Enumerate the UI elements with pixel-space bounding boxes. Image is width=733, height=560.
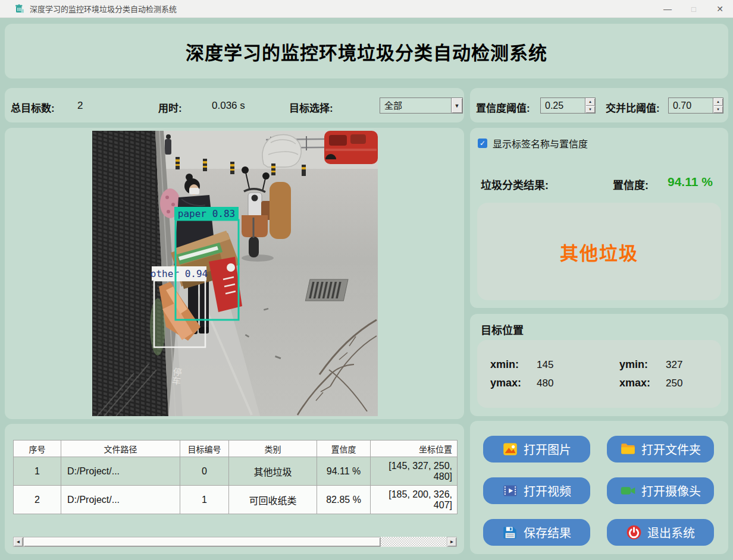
ymin-value: 327: [666, 359, 682, 371]
open-camera-label: 打开摄像头: [641, 482, 701, 499]
window-titlebar: 深度学习的监控环境垃圾分类自动检测系统 — □ ✕: [0, 0, 733, 18]
actions-panel: 打开图片 打开文件夹 打开视频 打开摄像头: [470, 421, 728, 554]
open-folder-label: 打开文件夹: [641, 441, 701, 458]
classification-result-box: 其他垃圾: [477, 203, 721, 300]
window-title: 深度学习的监控环境垃圾分类自动检测系统: [30, 3, 177, 14]
detection-image-panel: 停车: [5, 128, 464, 419]
params-bar: 置信度阈值: 0.25 ▲ ▼ 交并比阈值: 0.70 ▲ ▼: [470, 88, 728, 122]
cell-filepath[interactable]: D:/Project/...: [61, 457, 180, 486]
scroll-left-icon[interactable]: ◄: [13, 537, 23, 547]
cell-target-id[interactable]: 0: [180, 457, 229, 486]
confidence-label: 置信度:: [613, 177, 649, 192]
col-coordinates: 坐标位置: [371, 441, 458, 457]
xmax-value: 250: [666, 377, 682, 389]
cell-index[interactable]: 1: [14, 457, 61, 486]
save-results-label: 保存结果: [524, 524, 571, 541]
confidence-threshold-spinbox[interactable]: 0.25 ▲ ▼: [540, 97, 596, 114]
confidence-value: 94.11 %: [668, 175, 713, 189]
cell-confidence[interactable]: 94.11 %: [317, 457, 371, 486]
ymin-label: ymin:: [619, 358, 666, 371]
maximize-button[interactable]: □: [681, 0, 707, 18]
show-labels-checkbox-row[interactable]: ✓ 显示标签名称与置信度: [478, 136, 588, 150]
image-icon: [502, 441, 518, 457]
minimize-button[interactable]: —: [654, 0, 681, 18]
classification-result-label: 垃圾分类结果:: [481, 177, 549, 192]
spin-down-icon[interactable]: ▼: [713, 106, 723, 114]
scrollbar-thumb[interactable]: [23, 537, 381, 547]
results-panel: ✓ 显示标签名称与置信度 垃圾分类结果: 置信度: 94.11 % 其他垃圾: [470, 128, 728, 308]
target-position-panel: 目标位置 xmin: 145 ymin: 327 ymax: 480 xmax:…: [470, 314, 728, 416]
xmin-label: xmin:: [490, 358, 537, 371]
wall-text: 停车: [170, 367, 182, 386]
show-labels-checkbox-label: 显示标签名称与置信度: [493, 136, 588, 150]
cell-category[interactable]: 其他垃圾: [229, 457, 317, 486]
open-video-label: 打开视频: [524, 482, 571, 499]
open-image-button[interactable]: 打开图片: [483, 436, 590, 463]
col-category: 类别: [229, 441, 317, 457]
total-targets-value: 2: [77, 100, 83, 112]
col-target-id: 目标编号: [180, 441, 229, 457]
exit-system-button[interactable]: 退出系统: [607, 519, 714, 546]
red-car: [324, 131, 378, 164]
video-icon: [502, 483, 518, 499]
chevron-down-icon[interactable]: ▼: [451, 98, 462, 113]
cell-target-id[interactable]: 1: [180, 486, 229, 514]
target-position-title: 目标位置: [481, 322, 524, 337]
close-button[interactable]: ✕: [707, 0, 733, 18]
open-folder-button[interactable]: 打开文件夹: [607, 436, 714, 463]
col-filepath: 文件路径: [61, 441, 180, 457]
open-video-button[interactable]: 打开视频: [483, 477, 590, 504]
cell-coordinates[interactable]: [185, 200, 326, 407]: [371, 486, 458, 514]
header-panel: 深度学习的监控环境垃圾分类自动检测系统: [5, 24, 728, 78]
detections-table[interactable]: 序号 文件路径 目标编号 类别 置信度 坐标位置 1 D:/Project/..…: [13, 440, 458, 514]
confidence-threshold-label: 置信度阈值:: [476, 100, 530, 115]
table-row[interactable]: 1 D:/Project/... 0 其他垃圾 94.11 % [145, 32…: [14, 457, 458, 486]
exit-system-label: 退出系统: [647, 524, 695, 541]
save-results-button[interactable]: 保存结果: [483, 519, 590, 546]
elapsed-time-label: 用时:: [158, 100, 182, 115]
ymax-label: ymax:: [490, 377, 537, 389]
confidence-threshold-value: 0.25: [541, 98, 585, 113]
ymax-field: ymax: 480: [477, 377, 599, 389]
folder-icon: [620, 441, 636, 457]
table-row[interactable]: 2 D:/Project/... 1 可回收纸类 82.85 % [185, 2…: [14, 486, 458, 514]
xmin-field: xmin: 145: [477, 358, 599, 371]
power-icon: [626, 524, 642, 540]
spin-up-icon[interactable]: ▲: [713, 98, 723, 106]
ymax-value: 480: [537, 377, 553, 389]
detections-table-panel: 序号 文件路径 目标编号 类别 置信度 坐标位置 1 D:/Project/..…: [5, 424, 464, 554]
brown-coat-figure: [270, 182, 291, 239]
app-trashbin-icon: [14, 4, 24, 14]
iou-threshold-spinbox[interactable]: 0.70 ▲ ▼: [668, 97, 723, 114]
stats-bar: 总目标数: 2 用时: 0.036 s 目标选择: 全部 ▼: [5, 88, 464, 122]
xmin-value: 145: [537, 359, 553, 371]
spin-up-icon[interactable]: ▲: [585, 98, 595, 106]
bbox-other-label: other 0.94: [151, 268, 208, 279]
checkbox-checked-icon[interactable]: ✓: [478, 139, 487, 148]
cell-confidence[interactable]: 82.85 %: [317, 486, 371, 514]
open-image-label: 打开图片: [524, 441, 571, 458]
iou-threshold-value: 0.70: [669, 98, 713, 113]
cell-coordinates[interactable]: [145, 327, 250, 480]: [371, 457, 458, 486]
table-header-row: 序号 文件路径 目标编号 类别 置信度 坐标位置: [14, 441, 458, 457]
cell-filepath[interactable]: D:/Project/...: [61, 486, 180, 514]
target-select-dropdown[interactable]: 全部 ▼: [380, 97, 463, 114]
spin-down-icon[interactable]: ▼: [585, 106, 595, 114]
elapsed-time-value: 0.036 s: [212, 100, 245, 112]
camera-icon: [620, 483, 636, 499]
target-position-box: xmin: 145 ymin: 327 ymax: 480 xmax: 250: [477, 340, 721, 408]
page-title: 深度学习的监控环境垃圾分类自动检测系统: [186, 38, 547, 65]
cell-category[interactable]: 可回收纸类: [229, 486, 317, 514]
open-camera-button[interactable]: 打开摄像头: [607, 477, 714, 504]
ymin-field: ymin: 327: [599, 358, 721, 371]
scroll-right-icon[interactable]: ►: [447, 537, 457, 547]
drain-grate: [305, 279, 348, 301]
classification-result-value: 其他垃圾: [560, 238, 638, 265]
scrollbar-track[interactable]: [381, 537, 447, 547]
bbox-paper-label: paper 0.83: [178, 208, 235, 219]
detection-image: 停车: [92, 131, 378, 416]
target-select-value: 全部: [380, 98, 451, 113]
xmax-field: xmax: 250: [599, 377, 721, 389]
cell-index[interactable]: 2: [14, 486, 61, 514]
table-horizontal-scrollbar[interactable]: ◄ ►: [13, 537, 457, 547]
